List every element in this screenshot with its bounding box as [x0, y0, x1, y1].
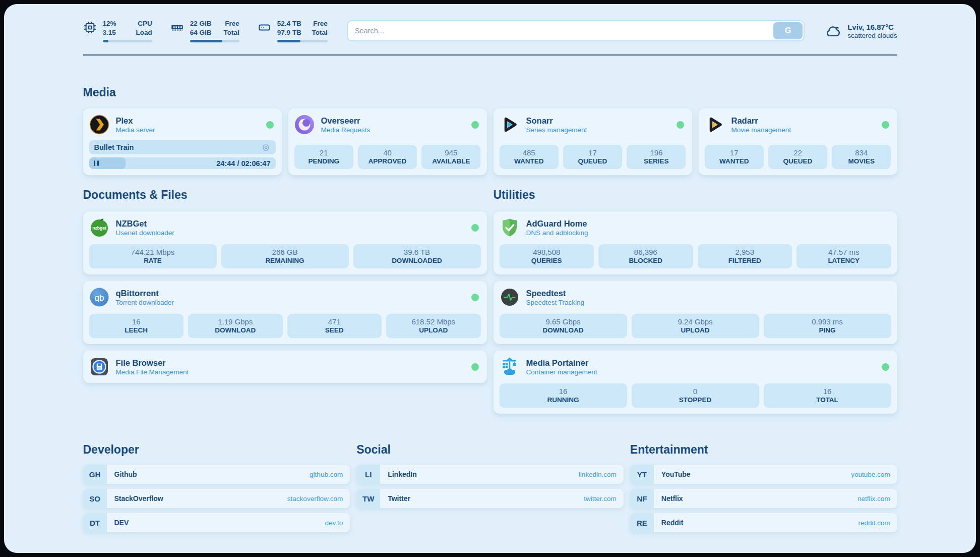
app-description: Speedtest Tracking [526, 299, 585, 306]
bookmark-name: LinkedIn [380, 465, 417, 484]
cpu-progressbar [103, 40, 152, 42]
portainer-icon [500, 357, 520, 377]
app-card-portainer[interactable]: Media Portainer Container management 16 … [494, 351, 897, 414]
bookmark-name: Netflix [654, 489, 683, 508]
now-playing-bar: Bullet Train [89, 140, 276, 154]
disk-free-value: 52.4 TB [277, 19, 301, 28]
bookmark-name: Twitter [380, 489, 410, 508]
ram-total-value: 64 GiB [190, 28, 212, 37]
app-name: Speedtest [526, 289, 585, 298]
bookmark-abbr: SO [83, 489, 107, 508]
app-card-sonarr[interactable]: Sonarr Series management 485 WANTED 17 Q… [494, 108, 692, 175]
disk-total-value: 97.9 TB [277, 28, 301, 37]
ram-stat: 22 GiB 64 GiB Free Total [170, 19, 239, 42]
app-card-adguard[interactable]: AdGuard Home DNS and adblocking 498,508 … [494, 211, 897, 274]
media-card-grid: Plex Media server Bullet Train 24:44 / 0… [83, 108, 897, 175]
ram-progressbar [190, 40, 239, 42]
developer-links-column: Developer GH Github github.com SO StackO… [83, 443, 350, 537]
stat-tile: 16 RUNNING [500, 383, 627, 408]
app-card-filebrowser[interactable]: File Browser Media File Management [83, 351, 487, 383]
entertainment-links-column: Entertainment YT YouTube youtube.com NF … [630, 443, 897, 537]
app-card-plex[interactable]: Plex Media server Bullet Train 24:44 / 0… [83, 108, 282, 175]
stat-tile: 618.52 Mbps UPLOAD [386, 314, 481, 338]
section-title-utilities: Utilities [494, 188, 897, 202]
app-description: Usenet downloader [116, 229, 174, 237]
stat-tile: 16 TOTAL [764, 383, 891, 408]
app-name: AdGuard Home [526, 219, 588, 229]
stat-tile: 17 QUEUED [563, 145, 622, 169]
stat-tile: 9.24 Gbps UPLOAD [632, 314, 759, 338]
dashboard-page: 12% 3.15 CPU Load [4, 4, 976, 553]
status-dot [882, 121, 889, 129]
ram-label-1: Free [225, 19, 239, 28]
pause-icon [94, 159, 101, 168]
search-engine-button[interactable]: G [773, 22, 803, 39]
weather-location-temp: Lviv, 16.87°C [847, 23, 897, 31]
stat-tile: 40 APPROVED [358, 145, 417, 169]
app-name: Overseerr [321, 116, 371, 126]
system-stats: 12% 3.15 CPU Load [83, 19, 328, 42]
stat-tile: 0.993 ms PING [764, 314, 891, 338]
bookmark-dev[interactable]: DT DEV dev.to [83, 513, 350, 532]
stat-tile: 16 LEECH [89, 314, 184, 338]
bookmark-netflix[interactable]: NF Netflix netflix.com [630, 489, 897, 508]
app-card-radarr[interactable]: Radarr Movie management 17 WANTED 22 QUE… [699, 108, 897, 175]
disk-progressbar [277, 40, 328, 42]
cpu-icon [83, 21, 97, 34]
stat-tile: 17 WANTED [705, 145, 764, 169]
app-card-qbittorrent[interactable]: qb qBittorrent Torrent downloader 16 LEE… [83, 281, 487, 344]
app-card-overseerr[interactable]: Overseerr Media Requests 21 PENDING 40 A… [288, 108, 487, 175]
disk-label-1: Free [313, 19, 328, 28]
bookmark-youtube[interactable]: YT YouTube youtube.com [630, 465, 897, 484]
app-description: Media server [116, 126, 155, 134]
stat-tile: 945 AVAILABLE [421, 145, 480, 169]
bookmark-reddit[interactable]: RE Reddit reddit.com [630, 513, 897, 532]
bookmark-stackoverflow[interactable]: SO StackOverflow stackoverflow.com [83, 489, 350, 508]
bookmark-url: github.com [310, 465, 350, 484]
adguard-icon [500, 217, 520, 238]
nzbget-icon: nzbget [89, 217, 109, 238]
svg-text:nzbget: nzbget [92, 226, 106, 231]
bookmark-abbr: YT [630, 465, 654, 484]
bookmark-abbr: NF [630, 489, 654, 508]
header-divider [83, 54, 897, 55]
cloud-icon [824, 22, 842, 40]
svg-text:qb: qb [94, 293, 104, 303]
section-title-social: Social [356, 443, 624, 457]
cpu-usage-value: 12% [103, 19, 116, 28]
speedtest-icon [500, 287, 520, 307]
app-name: NZBGet [116, 219, 174, 229]
app-description: DNS and adblocking [526, 229, 588, 237]
app-name: File Browser [116, 358, 189, 368]
bookmark-abbr: LI [356, 465, 380, 484]
stat-tile: 21 PENDING [294, 145, 353, 169]
stat-tile: 196 SERIES [627, 145, 686, 169]
section-title-entertainment: Entertainment [630, 443, 897, 457]
bookmark-github[interactable]: GH Github github.com [83, 465, 350, 484]
documents-column: Documents & Files nzbget NZBGet Usenet d… [83, 188, 487, 414]
qbittorrent-icon: qb [89, 287, 109, 307]
bookmark-linkedin[interactable]: LI LinkedIn linkedin.com [356, 465, 624, 484]
stat-tile: 485 WANTED [500, 145, 559, 169]
bookmark-name: DEV [107, 513, 129, 532]
app-card-nzbget[interactable]: nzbget NZBGet Usenet downloader 744.21 M… [83, 211, 487, 274]
cpu-load-value: 3.15 [103, 28, 116, 37]
section-title-media: Media [83, 86, 897, 99]
app-description: Torrent downloader [116, 299, 174, 306]
now-playing-title: Bullet Train [94, 143, 134, 151]
bookmark-url: linkedin.com [579, 465, 624, 484]
stat-tile: 1.19 Gbps DOWNLOAD [188, 314, 283, 338]
bookmark-url: dev.to [325, 513, 350, 532]
utilities-column: Utilities AdGuard Home DNS and adblockin… [494, 188, 897, 414]
status-dot [266, 121, 274, 129]
app-card-speedtest[interactable]: Speedtest Speedtest Tracking 9.65 Gbps D… [494, 281, 897, 344]
status-dot [471, 121, 479, 129]
plex-icon [89, 115, 109, 135]
bookmark-url: netflix.com [858, 489, 897, 508]
search-input[interactable] [348, 27, 804, 35]
bookmark-name: Reddit [654, 513, 684, 532]
bookmark-twitter[interactable]: TW Twitter twitter.com [356, 489, 624, 508]
playback-time: 24:44 / 02:06:47 [216, 159, 270, 168]
sonarr-icon [500, 115, 520, 135]
disk-icon [258, 21, 271, 34]
